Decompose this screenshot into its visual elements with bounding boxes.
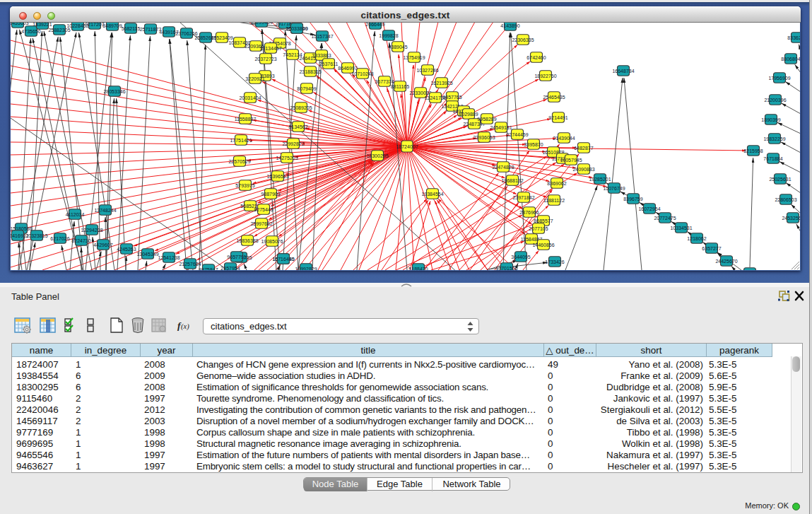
- svg-text:8489709: 8489709: [102, 23, 122, 28]
- svg-text:8806804: 8806804: [781, 57, 800, 62]
- svg-text:8079409: 8079409: [297, 86, 316, 91]
- svg-text:8811165: 8811165: [391, 84, 409, 89]
- svg-text:13134457: 13134457: [259, 46, 281, 51]
- svg-text:21439044: 21439044: [553, 136, 575, 141]
- svg-text:18992829: 18992829: [295, 267, 317, 271]
- svg-text:20372723: 20372723: [254, 57, 276, 62]
- svg-text:22992872: 22992872: [282, 141, 304, 146]
- svg-text:25089205: 25089205: [290, 105, 312, 110]
- svg-text:2537611: 2537611: [319, 62, 339, 66]
- svg-text:5188470: 5188470: [408, 267, 428, 271]
- svg-text:4143890: 4143890: [500, 23, 519, 28]
- svg-text:5793975: 5793975: [235, 183, 254, 188]
- svg-text:23936053: 23936053: [473, 135, 495, 140]
- svg-text:24532561: 24532561: [782, 216, 800, 221]
- svg-text:19085076: 19085076: [261, 239, 283, 244]
- svg-text:3220921: 3220921: [245, 76, 264, 81]
- svg-text:13748244: 13748244: [94, 208, 116, 213]
- svg-text:5682115: 5682115: [122, 26, 141, 31]
- svg-text:15716485: 15716485: [272, 257, 294, 262]
- svg-text:8396759: 8396759: [623, 197, 642, 201]
- svg-text:19832259: 19832259: [763, 136, 785, 141]
- svg-text:4389045: 4389045: [388, 45, 407, 49]
- svg-text:25882305: 25882305: [48, 28, 70, 33]
- svg-text:1890399: 1890399: [761, 117, 780, 122]
- svg-text:2077105: 2077105: [529, 226, 548, 231]
- svg-text:20772475: 20772475: [654, 216, 676, 221]
- svg-text:10057945: 10057945: [560, 158, 582, 163]
- svg-text:18724007: 18724007: [396, 144, 418, 149]
- svg-text:2066449: 2066449: [365, 23, 384, 27]
- svg-text:9214491: 9214491: [548, 115, 567, 120]
- svg-text:8685577: 8685577: [534, 218, 553, 223]
- svg-text:6742460: 6742460: [526, 55, 546, 60]
- svg-text:21257684: 21257684: [179, 262, 201, 267]
- svg-text:15157347: 15157347: [311, 34, 333, 39]
- svg-text:9657791: 9657791: [227, 255, 246, 259]
- svg-text:16396513: 16396513: [266, 174, 288, 179]
- svg-text:25997682: 25997682: [250, 221, 272, 226]
- svg-text:3677374: 3677374: [375, 79, 394, 84]
- svg-text:9958289: 9958289: [477, 117, 496, 122]
- svg-text:18922760: 18922760: [534, 74, 556, 78]
- svg-text:17751421: 17751421: [230, 138, 252, 143]
- svg-text:2457954: 2457954: [220, 266, 240, 271]
- svg-text:4112034: 4112034: [66, 212, 85, 217]
- svg-text:24425670: 24425670: [715, 259, 737, 264]
- svg-text:19523409: 19523409: [211, 35, 233, 40]
- svg-text:21200396: 21200396: [764, 98, 786, 103]
- svg-text:25025631: 25025631: [769, 177, 791, 182]
- svg-text:17956909: 17956909: [768, 76, 790, 81]
- svg-text:19285201: 19285201: [589, 177, 611, 182]
- svg-text:22330030: 22330030: [409, 90, 431, 95]
- svg-text:10710248: 10710248: [351, 71, 373, 76]
- svg-text:14460856: 14460856: [532, 243, 554, 247]
- svg-text:13754919: 13754919: [403, 55, 425, 60]
- svg-text:11881122: 11881122: [543, 198, 565, 203]
- svg-text:4245263: 4245263: [117, 247, 136, 252]
- svg-text:11558837: 11558837: [235, 117, 257, 122]
- svg-text:6482877: 6482877: [574, 146, 593, 151]
- svg-text:23971842: 23971842: [512, 195, 534, 200]
- svg-text:9887903: 9887903: [261, 192, 280, 197]
- svg-text:23188315: 23188315: [299, 69, 321, 74]
- svg-text:24090883: 24090883: [572, 167, 594, 172]
- svg-text:25465435: 25465435: [543, 95, 565, 100]
- svg-text:16072954: 16072954: [638, 206, 660, 211]
- svg-text:15076749: 15076749: [603, 186, 625, 191]
- svg-text:3644095: 3644095: [511, 255, 530, 259]
- svg-text:6457765: 6457765: [442, 95, 461, 100]
- svg-text:13045349: 13045349: [136, 252, 158, 257]
- svg-text:8336273: 8336273: [787, 35, 800, 40]
- svg-text:12294238: 12294238: [81, 228, 102, 233]
- svg-text:6217026: 6217026: [50, 236, 69, 241]
- svg-text:19384554: 19384554: [421, 192, 443, 197]
- svg-text:6357277: 6357277: [702, 246, 721, 251]
- svg-text:14275203: 14275203: [276, 156, 298, 160]
- svg-text:8369062: 8369062: [547, 181, 566, 186]
- svg-text:8646997: 8646997: [338, 66, 357, 71]
- svg-text:1733426: 1733426: [545, 259, 564, 264]
- svg-text:8215958: 8215958: [743, 148, 763, 153]
- svg-text:22806503: 22806503: [775, 197, 796, 202]
- svg-text:1839221: 1839221: [33, 23, 52, 27]
- svg-text:22744459: 22744459: [506, 132, 528, 137]
- svg-text:(x): (x): [181, 322, 189, 331]
- svg-text:16213925: 16213925: [430, 81, 452, 86]
- svg-text:22474828: 22474828: [492, 165, 514, 170]
- svg-text:8029889: 8029889: [459, 112, 478, 117]
- svg-text:3395870: 3395870: [524, 142, 543, 147]
- svg-text:13701506: 13701506: [495, 266, 517, 271]
- svg-text:24549181: 24549181: [490, 125, 512, 130]
- svg-text:20031404: 20031404: [239, 95, 261, 100]
- svg-text:19836388: 19836388: [236, 238, 258, 243]
- svg-text:4429607: 4429607: [93, 243, 112, 247]
- svg-text:10323815: 10323815: [25, 233, 47, 238]
- svg-text:19688132: 19688132: [501, 178, 523, 183]
- svg-text:12541238: 12541238: [158, 255, 180, 260]
- svg-text:22306335: 22306335: [512, 37, 534, 42]
- svg-text:9217207: 9217207: [85, 23, 104, 27]
- svg-text:28053346: 28053346: [103, 89, 125, 94]
- svg-text:2876966: 2876966: [519, 210, 539, 215]
- svg-text:19299464: 19299464: [250, 23, 272, 25]
